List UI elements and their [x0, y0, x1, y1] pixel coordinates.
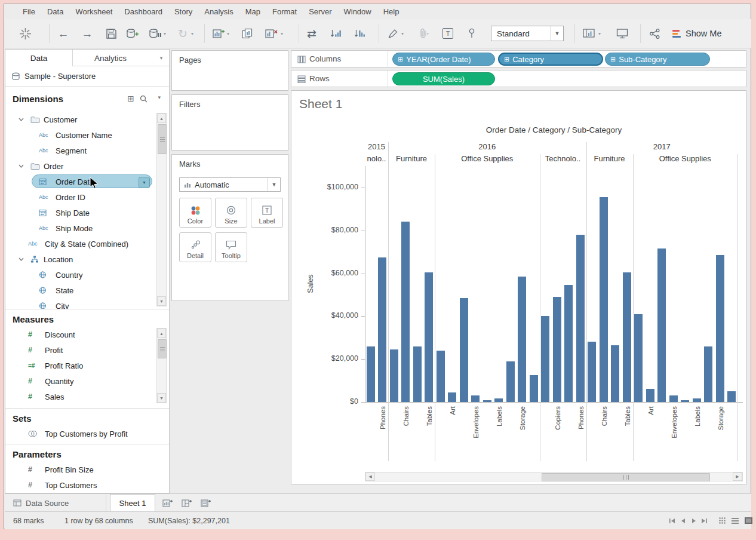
- field-row-state[interactable]: State: [5, 283, 169, 298]
- menu-worksheet[interactable]: Worksheet: [69, 5, 118, 16]
- search-icon[interactable]: [140, 94, 147, 105]
- bar[interactable]: [506, 361, 515, 402]
- menu-server[interactable]: Server: [303, 5, 337, 16]
- field-row-city[interactable]: City: [5, 298, 169, 309]
- bar[interactable]: [576, 235, 585, 402]
- category-header[interactable]: Technolo..: [540, 154, 586, 165]
- new-worksheet-caret-icon[interactable]: ▾: [227, 31, 229, 36]
- pill-sum-sales-[interactable]: SUM(Sales): [392, 72, 495, 85]
- refresh-data-source-button[interactable]: ↻: [176, 24, 190, 42]
- scrollbar-thumb[interactable]: [158, 339, 167, 358]
- x-axis-label[interactable]: Art: [647, 406, 654, 415]
- x-axis-label[interactable]: Tables: [426, 406, 433, 426]
- bar[interactable]: [600, 197, 608, 402]
- clear-sheet-button[interactable]: [264, 24, 278, 42]
- bar[interactable]: [669, 395, 678, 402]
- year-header[interactable]: 2017: [586, 142, 738, 153]
- scroll-left-icon[interactable]: ◀: [365, 473, 375, 481]
- bar[interactable]: [704, 346, 712, 402]
- show-list-view-icon[interactable]: [730, 516, 740, 526]
- pane-options-icon[interactable]: ▾: [153, 50, 169, 66]
- x-axis-label[interactable]: Storage: [717, 406, 724, 430]
- category-header[interactable]: Office Supplies: [435, 154, 540, 165]
- next-page-icon[interactable]: [689, 517, 699, 524]
- fit-selector[interactable]: Standard ▼: [491, 26, 564, 41]
- clear-sheet-caret-icon[interactable]: ▾: [281, 31, 283, 36]
- pause-auto-updates-button[interactable]: [148, 24, 162, 42]
- columns-shelf[interactable]: Columns ⊞YEAR(Order Date)⊞Category⊞Sub-C…: [291, 50, 746, 68]
- category-header[interactable]: Office Supplies: [633, 154, 738, 165]
- tab-analytics[interactable]: Analytics: [72, 50, 149, 66]
- field-row-top-customers-by-profit[interactable]: Top Customers by Profit: [5, 426, 169, 441]
- presentation-mode-button[interactable]: [615, 24, 629, 42]
- expander-icon[interactable]: [19, 118, 24, 121]
- tab-data-source[interactable]: Data Source: [7, 494, 106, 512]
- bar[interactable]: [553, 297, 561, 402]
- x-axis-label[interactable]: Envelopes: [671, 406, 678, 438]
- bar[interactable]: [611, 345, 619, 402]
- marks-size-button[interactable]: Size: [215, 198, 247, 228]
- column-field-labels[interactable]: Order Date / Category / Sub-Category: [365, 125, 743, 134]
- field-row-ship-mode[interactable]: AbcShip Mode: [5, 220, 169, 236]
- field-row-location[interactable]: Location: [5, 251, 169, 267]
- menu-story[interactable]: Story: [168, 5, 198, 16]
- x-axis-label[interactable]: Labels: [694, 406, 701, 427]
- field-row-top-customers[interactable]: #Top Customers: [5, 477, 169, 493]
- field-row-discount[interactable]: #Discount: [5, 327, 169, 342]
- show-me-button[interactable]: Show Me: [672, 25, 721, 42]
- bar[interactable]: [437, 351, 445, 402]
- last-page-icon[interactable]: [700, 517, 709, 524]
- menu-analysis[interactable]: Analysis: [198, 5, 239, 16]
- field-row-customer-name[interactable]: AbcCustomer Name: [5, 127, 169, 143]
- y-axis-title[interactable]: Sales: [306, 274, 315, 293]
- pause-auto-updates-caret-icon[interactable]: ▾: [164, 31, 166, 36]
- bar[interactable]: [541, 316, 549, 402]
- bar[interactable]: [471, 395, 480, 402]
- field-row-order[interactable]: Order: [5, 158, 169, 174]
- dimensions-scrollbar[interactable]: ▲ ▼: [156, 113, 167, 306]
- x-axis-label[interactable]: Art: [449, 406, 456, 415]
- bar[interactable]: [390, 349, 398, 402]
- new-story-tab-button[interactable]: [198, 496, 214, 510]
- year-header[interactable]: 2016: [388, 142, 586, 153]
- bar[interactable]: [425, 272, 433, 402]
- field-row-order-date[interactable]: ▾Order Date: [5, 174, 169, 189]
- tab-data[interactable]: Data: [5, 50, 73, 66]
- scroll-right-icon[interactable]: ▶: [733, 473, 742, 481]
- rows-shelf[interactable]: Rows SUM(Sales): [291, 70, 746, 87]
- menu-data[interactable]: Data: [41, 5, 69, 16]
- swap-rows-and-columns-button[interactable]: ⇄: [305, 24, 319, 42]
- x-axis-label[interactable]: Storage: [519, 406, 526, 430]
- bar[interactable]: [588, 342, 596, 402]
- show-hide-cards-button[interactable]: [582, 24, 596, 42]
- field-row-country[interactable]: Country: [5, 267, 169, 283]
- menu-map[interactable]: Map: [239, 5, 266, 16]
- fit-selector-caret-icon[interactable]: ▼: [551, 26, 563, 41]
- bar[interactable]: [727, 391, 736, 402]
- x-axis-label[interactable]: Chairs: [601, 406, 608, 426]
- pill-year-order-date-[interactable]: ⊞YEAR(Order Date): [392, 53, 495, 66]
- bar[interactable]: [564, 285, 573, 402]
- bar[interactable]: [401, 222, 410, 402]
- bar[interactable]: [646, 389, 654, 402]
- pill-expand-icon[interactable]: ⊞: [610, 56, 616, 63]
- sort-ascending-button[interactable]: [328, 24, 343, 42]
- new-worksheet-tab-button[interactable]: [160, 496, 176, 510]
- previous-page-icon[interactable]: [678, 517, 688, 524]
- dimensions-menu-caret-icon[interactable]: ▾: [158, 94, 161, 100]
- bar[interactable]: [378, 257, 386, 402]
- category-header[interactable]: nolo..: [365, 154, 388, 165]
- bar[interactable]: [530, 375, 538, 402]
- field-row-quantity[interactable]: #Quantity: [5, 373, 169, 389]
- new-data-source-button[interactable]: [125, 24, 140, 42]
- redo-button[interactable]: →: [80, 24, 94, 42]
- share-workbook-button[interactable]: [647, 24, 662, 42]
- scroll-down-icon[interactable]: ▼: [157, 393, 166, 403]
- menu-help[interactable]: Help: [377, 5, 405, 16]
- field-row-profit[interactable]: #Profit: [5, 342, 169, 358]
- bar[interactable]: [448, 392, 456, 402]
- fix-axes-button[interactable]: [465, 24, 479, 42]
- expander-icon[interactable]: [19, 164, 24, 168]
- x-axis-label[interactable]: Chairs: [402, 406, 410, 426]
- tab-sheet-1[interactable]: Sheet 1: [110, 494, 155, 512]
